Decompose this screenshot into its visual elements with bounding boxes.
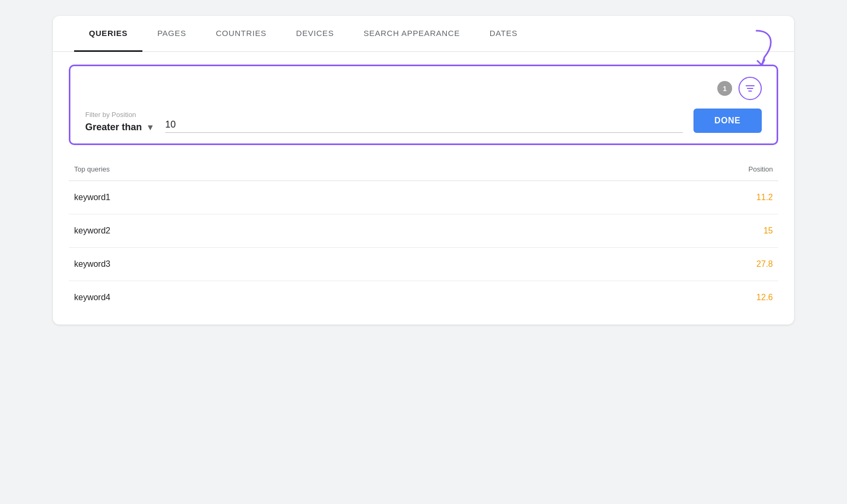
- table-row: keyword4 12.6: [69, 281, 778, 314]
- tab-dates[interactable]: DATES: [475, 16, 533, 52]
- main-card: QUERIES PAGES COUNTRIES DEVICES SEARCH A…: [53, 16, 794, 325]
- filter-operator-group: Filter by Position Greater than ▼: [85, 111, 155, 133]
- filter-icon-button[interactable]: [738, 77, 762, 100]
- col-header-position: Position: [749, 165, 773, 173]
- filter-operator-text: Greater than: [85, 122, 142, 133]
- cell-query-3: keyword3: [74, 259, 110, 269]
- cell-query-1: keyword1: [74, 193, 110, 202]
- chevron-down-icon: ▼: [146, 123, 155, 132]
- cell-position-4: 12.6: [756, 293, 773, 302]
- table-container: Top queries Position keyword1 11.2 keywo…: [53, 158, 794, 325]
- filter-operator-dropdown[interactable]: Greater than ▼: [85, 122, 155, 133]
- col-header-query: Top queries: [74, 165, 110, 173]
- tab-devices[interactable]: DEVICES: [281, 16, 348, 52]
- cell-query-2: keyword2: [74, 226, 110, 236]
- table-row: keyword2 15: [69, 214, 778, 248]
- table-header: Top queries Position: [69, 158, 778, 181]
- filter-value-display[interactable]: 10: [165, 119, 176, 130]
- cell-position-3: 27.8: [756, 259, 773, 269]
- tab-navigation: QUERIES PAGES COUNTRIES DEVICES SEARCH A…: [53, 16, 794, 52]
- tab-pages[interactable]: PAGES: [142, 16, 201, 52]
- filter-value-input-wrapper: 10: [165, 119, 683, 133]
- cell-position-1: 11.2: [756, 193, 773, 202]
- filter-value-group: 10: [165, 119, 683, 133]
- tab-queries[interactable]: QUERIES: [74, 16, 142, 52]
- filter-panel: 1 Filter by Position Greater than ▼: [69, 65, 778, 145]
- table-row: keyword3 27.8: [69, 248, 778, 281]
- filter-label: Filter by Position: [85, 111, 155, 119]
- filter-count-badge: 1: [717, 81, 732, 96]
- cell-query-4: keyword4: [74, 293, 110, 302]
- done-button[interactable]: DONE: [693, 109, 762, 133]
- tab-search-appearance[interactable]: SEARCH APPEARANCE: [349, 16, 475, 52]
- filter-row: Filter by Position Greater than ▼ 10 DON…: [85, 109, 762, 133]
- table-row: keyword1 11.2: [69, 181, 778, 214]
- filter-panel-top: 1: [85, 77, 762, 100]
- tab-countries[interactable]: COUNTRIES: [201, 16, 282, 52]
- cell-position-2: 15: [763, 226, 773, 236]
